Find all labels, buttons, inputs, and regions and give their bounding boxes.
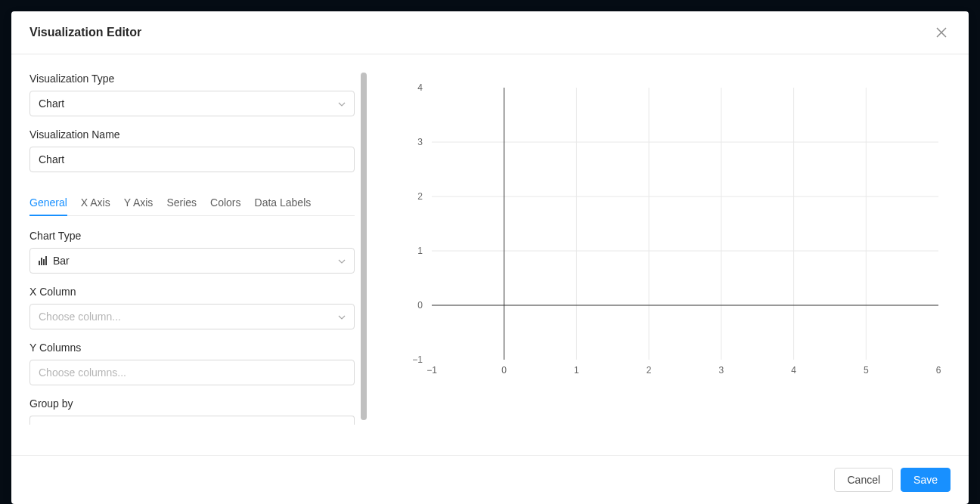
x-tick-label: 0 xyxy=(501,365,507,376)
x-tick-label: 1 xyxy=(574,365,579,376)
y-columns-label: Y Columns xyxy=(29,342,355,354)
y-columns-group: Y Columns Choose columns... xyxy=(29,342,355,385)
tab-series[interactable]: Series xyxy=(166,190,197,216)
x-tick-label: 3 xyxy=(719,365,724,376)
chart-type-select[interactable]: Bar xyxy=(29,248,355,274)
x-column-select[interactable]: Choose column... xyxy=(29,304,355,329)
tab-y-axis[interactable]: Y Axis xyxy=(124,190,154,216)
modal-footer: Cancel Save xyxy=(11,455,969,504)
bar-chart-icon xyxy=(39,256,47,265)
modal-title: Visualization Editor xyxy=(29,26,141,39)
y-tick-label: −1 xyxy=(412,354,423,365)
y-tick-label: 1 xyxy=(417,246,423,256)
y-tick-label: 3 xyxy=(417,137,423,147)
settings-panel: Visualization Type Chart Visualization N… xyxy=(11,54,367,455)
preview-panel: −1 0 1 2 3 4 −1 0 1 2 3 4 5 6 xyxy=(367,54,969,455)
viz-type-select[interactable]: Chart xyxy=(29,91,355,116)
cancel-button[interactable]: Cancel xyxy=(834,468,893,492)
x-column-placeholder: Choose column... xyxy=(39,311,121,323)
y-columns-placeholder: Choose columns... xyxy=(39,366,126,379)
viz-type-label: Visualization Type xyxy=(29,73,355,85)
chevron-down-icon xyxy=(338,257,346,265)
chart-svg: −1 0 1 2 3 4 −1 0 1 2 3 4 5 6 xyxy=(397,73,951,390)
tab-x-axis[interactable]: X Axis xyxy=(81,190,110,216)
viz-type-value: Chart xyxy=(39,97,64,110)
chart-preview: −1 0 1 2 3 4 −1 0 1 2 3 4 5 6 xyxy=(397,73,951,390)
viz-type-group: Visualization Type Chart xyxy=(29,73,355,116)
settings-scroll: Visualization Type Chart Visualization N… xyxy=(29,73,367,437)
chevron-down-icon xyxy=(338,313,346,321)
group-by-select[interactable] xyxy=(29,416,355,425)
tab-colors[interactable]: Colors xyxy=(210,190,240,216)
x-tick-label: 2 xyxy=(647,365,652,376)
group-by-group: Group by xyxy=(29,397,355,425)
chart-type-group: Chart Type Bar xyxy=(29,230,355,274)
settings-scrollbar[interactable] xyxy=(361,73,367,420)
x-tick-label: 6 xyxy=(936,365,941,376)
viz-name-input[interactable]: Chart xyxy=(29,147,355,172)
settings-tabs: General X Axis Y Axis Series Colors Data… xyxy=(29,190,355,216)
chart-type-label: Chart Type xyxy=(29,230,355,242)
close-icon xyxy=(936,27,947,38)
x-column-label: X Column xyxy=(29,286,355,298)
save-button[interactable]: Save xyxy=(901,468,951,492)
modal-body: Visualization Type Chart Visualization N… xyxy=(11,54,969,455)
y-tick-label: 2 xyxy=(417,191,423,202)
x-column-group: X Column Choose column... xyxy=(29,286,355,329)
group-by-label: Group by xyxy=(29,397,355,410)
tab-data-labels[interactable]: Data Labels xyxy=(255,190,312,216)
visualization-editor-modal: Visualization Editor Visualization Type … xyxy=(11,11,969,504)
close-button[interactable] xyxy=(932,23,951,42)
x-tick-label: 4 xyxy=(791,365,796,376)
viz-name-value: Chart xyxy=(39,153,64,165)
y-tick-label: 0 xyxy=(417,300,423,311)
chart-type-value: Bar xyxy=(53,255,70,267)
viz-name-group: Visualization Name Chart xyxy=(29,128,355,172)
chevron-down-icon xyxy=(338,100,346,108)
x-tick-label: 5 xyxy=(864,365,869,376)
y-tick-label: 4 xyxy=(417,82,423,93)
modal-header: Visualization Editor xyxy=(11,11,969,54)
viz-name-label: Visualization Name xyxy=(29,128,355,141)
y-columns-select[interactable]: Choose columns... xyxy=(29,360,355,385)
tab-general[interactable]: General xyxy=(29,190,67,216)
x-tick-label: −1 xyxy=(426,365,437,376)
